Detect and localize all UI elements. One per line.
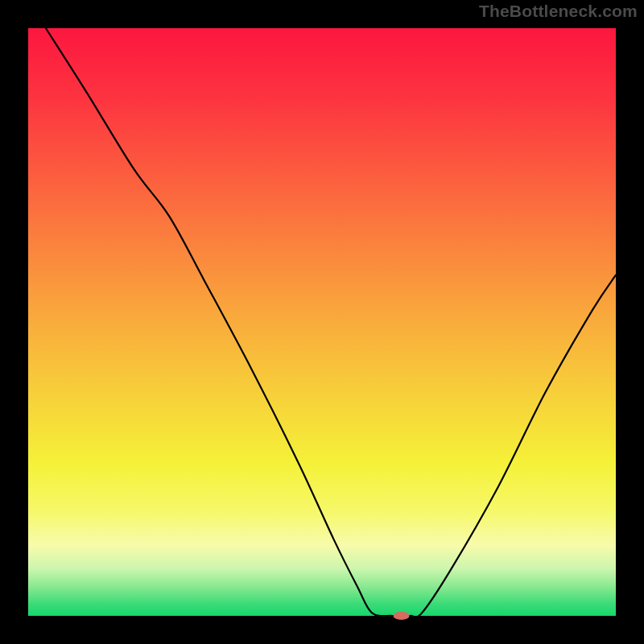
optimal-point: [394, 612, 410, 620]
plot-background: [28, 28, 616, 616]
chart-canvas: TheBottleneck.com: [0, 0, 644, 644]
bottleneck-chart: [0, 0, 644, 644]
